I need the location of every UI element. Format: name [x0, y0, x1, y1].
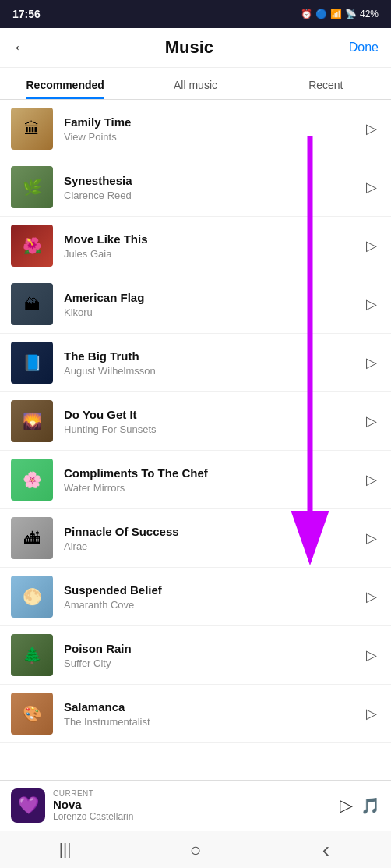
track-title-2: Synesthesia	[64, 174, 363, 187]
play-button-6[interactable]: ▷	[363, 408, 380, 434]
now-playing-bar: 💜 CURRENT Nova Lorenzo Castellarin ▷ 🎵	[0, 780, 391, 831]
list-item: 🏙 Pinnacle Of Success Airae ▷	[0, 509, 391, 568]
done-button[interactable]: Done	[349, 41, 379, 55]
status-bar: 17:56 ⏰ 🔵 📶 📡 42%	[0, 0, 391, 28]
back-button[interactable]: ←	[12, 37, 30, 58]
track-artist-2: Clarence Reed	[64, 190, 363, 201]
track-title-5: The Big Truth	[64, 349, 363, 363]
play-button-10[interactable]: ▷	[363, 642, 380, 668]
play-button-9[interactable]: ▷	[363, 583, 380, 610]
track-artist-9: Amaranth Cove	[64, 599, 363, 611]
now-playing-art-icon: 💜	[18, 795, 39, 816]
play-button-3[interactable]: ▷	[363, 232, 380, 259]
album-art-2: 🌿	[11, 166, 53, 208]
now-playing-art: 💜	[11, 788, 45, 823]
list-item: 🏛 Family Time View Points ▷	[0, 100, 391, 158]
music-info-6: Do You Get It Hunting For Sunsets	[64, 408, 363, 435]
music-info-4: American Flag Kikoru	[64, 291, 363, 318]
album-art-5: 📘	[11, 342, 53, 384]
tab-recent[interactable]: Recent	[261, 68, 391, 99]
now-playing-play-button[interactable]: ▷	[340, 795, 353, 816]
track-artist-7: Water Mirrors	[64, 482, 363, 494]
track-title-3: Move Like This	[64, 232, 363, 246]
tab-all-music[interactable]: All music	[130, 68, 260, 99]
signal-icon: 📡	[345, 9, 357, 19]
music-info-8: Pinnacle Of Success Airae	[64, 525, 363, 552]
music-info-10: Poison Rain Suffer City	[64, 642, 363, 669]
album-art-7: 🌸	[11, 459, 53, 501]
home-icon: ○	[190, 839, 202, 861]
album-art-11: 🎨	[11, 693, 53, 735]
music-info-11: Salamanca The Instrumentalist	[64, 700, 363, 728]
album-art-8: 🏙	[11, 517, 53, 559]
album-art-10: 🌲	[11, 634, 53, 676]
track-title-6: Do You Get It	[64, 408, 363, 421]
track-title-1: Family Time	[64, 115, 363, 129]
play-button-8[interactable]: ▷	[363, 525, 380, 551]
page-title: Music	[165, 37, 213, 58]
music-info-7: Compliments To The Chef Water Mirrors	[64, 466, 363, 494]
nav-back-button[interactable]: ‹	[306, 834, 345, 866]
tabs-bar: Recommended All music Recent	[0, 68, 391, 100]
track-title-8: Pinnacle Of Success	[64, 525, 363, 538]
track-title-7: Compliments To The Chef	[64, 466, 363, 480]
track-artist-1: View Points	[64, 131, 363, 143]
track-artist-4: Kikoru	[64, 306, 363, 318]
list-item: 🎨 Salamanca The Instrumentalist ▷	[0, 685, 391, 743]
nav-menu-button[interactable]: |||	[46, 834, 85, 866]
album-art-1: 🏛	[11, 108, 53, 150]
music-info-3: Move Like This Jules Gaia	[64, 232, 363, 260]
bottom-nav: ||| ○ ‹	[0, 831, 391, 868]
track-title-11: Salamanca	[64, 700, 363, 714]
now-playing-artist: Lorenzo Castellarin	[53, 811, 332, 822]
album-art-9: 🌕	[11, 576, 53, 618]
now-playing-queue-button[interactable]: 🎵	[361, 796, 380, 815]
header: ← Music Done	[0, 28, 391, 68]
hamburger-icon: |||	[59, 841, 72, 859]
list-item: 🌕 Suspended Belief Amaranth Cove ▷	[0, 568, 391, 626]
album-art-3: 🌺	[11, 225, 53, 267]
music-info-9: Suspended Belief Amaranth Cove	[64, 583, 363, 611]
music-info-1: Family Time View Points	[64, 115, 363, 143]
play-button-1[interactable]: ▷	[363, 115, 380, 142]
list-item: 🌿 Synesthesia Clarence Reed ▷	[0, 158, 391, 217]
list-item: 🌄 Do You Get It Hunting For Sunsets ▷	[0, 392, 391, 451]
now-playing-label: CURRENT	[53, 789, 332, 798]
track-artist-5: August Wilhelmsson	[64, 365, 363, 377]
now-playing-title: Nova	[53, 798, 332, 811]
play-button-7[interactable]: ▷	[363, 466, 380, 493]
play-button-2[interactable]: ▷	[363, 174, 380, 200]
music-info-5: The Big Truth August Wilhelmsson	[64, 349, 363, 377]
play-button-11[interactable]: ▷	[363, 700, 380, 727]
track-title-10: Poison Rain	[64, 642, 363, 655]
alarm-icon: ⏰	[301, 9, 312, 19]
play-button-4[interactable]: ▷	[363, 291, 380, 317]
battery-text: 42%	[360, 9, 379, 19]
list-item: 📘 The Big Truth August Wilhelmsson ▷	[0, 334, 391, 392]
status-time: 17:56	[12, 8, 41, 20]
track-title-4: American Flag	[64, 291, 363, 304]
album-art-6: 🌄	[11, 400, 53, 442]
list-item: 🌺 Move Like This Jules Gaia ▷	[0, 217, 391, 275]
music-info-2: Synesthesia Clarence Reed	[64, 174, 363, 201]
play-button-5[interactable]: ▷	[363, 349, 380, 376]
music-list: 🏛 Family Time View Points ▷ 🌿 Synesthesi…	[0, 100, 391, 829]
back-icon: ‹	[322, 838, 329, 863]
track-artist-6: Hunting For Sunsets	[64, 423, 363, 435]
track-artist-8: Airae	[64, 540, 363, 552]
list-item: 🌸 Compliments To The Chef Water Mirrors …	[0, 451, 391, 509]
track-artist-3: Jules Gaia	[64, 248, 363, 260]
now-playing-info: CURRENT Nova Lorenzo Castellarin	[53, 789, 332, 822]
track-artist-10: Suffer City	[64, 657, 363, 669]
album-art-4: 🏔	[11, 283, 53, 325]
track-artist-11: The Instrumentalist	[64, 716, 363, 728]
track-title-9: Suspended Belief	[64, 583, 363, 597]
bluetooth-icon: 🔵	[315, 9, 327, 19]
list-item: 🌲 Poison Rain Suffer City ▷	[0, 626, 391, 685]
tab-recommended[interactable]: Recommended	[0, 68, 130, 99]
status-icons: ⏰ 🔵 📶 📡 42%	[301, 9, 379, 19]
wifi-icon: 📶	[330, 9, 342, 19]
list-item: 🏔 American Flag Kikoru ▷	[0, 275, 391, 334]
nav-home-button[interactable]: ○	[176, 834, 215, 866]
